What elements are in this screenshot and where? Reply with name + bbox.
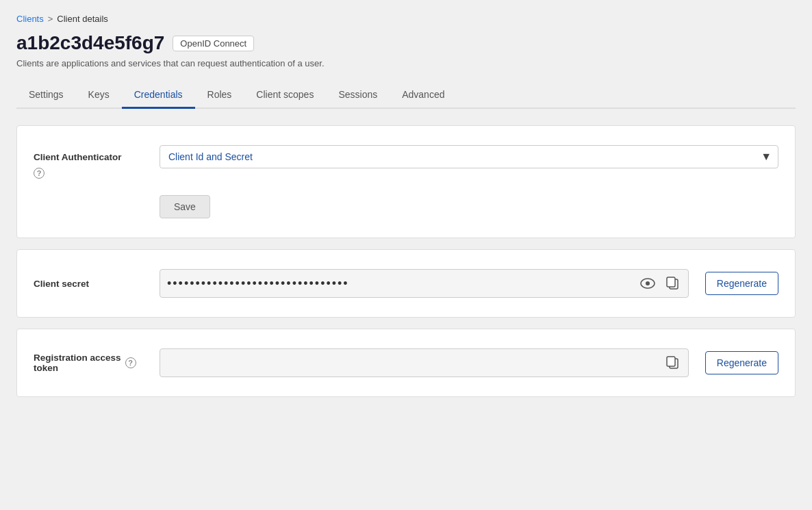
- token-help-icon[interactable]: ?: [125, 357, 136, 368]
- authenticator-field-row: Client Authenticator ? Client Id and Sec…: [34, 145, 778, 179]
- regenerate-token-button[interactable]: Regenerate: [705, 351, 778, 374]
- client-title: a1b2c3d4e5f6g7: [16, 32, 164, 54]
- secret-field-wrapper: ••••••••••••••••••••••••••••••••: [160, 269, 689, 298]
- token-label-text: Registration accesstoken: [34, 353, 121, 373]
- svg-rect-5: [667, 357, 675, 366]
- authenticator-select[interactable]: Client Id and Secret: [160, 145, 778, 168]
- tab-credentials[interactable]: Credentials: [122, 82, 195, 109]
- tab-settings[interactable]: Settings: [16, 82, 76, 109]
- tab-keys[interactable]: Keys: [76, 82, 122, 109]
- tab-advanced[interactable]: Advanced: [390, 82, 457, 109]
- copy-secret-button[interactable]: [663, 275, 681, 292]
- svg-point-1: [646, 281, 650, 285]
- copy-token-button[interactable]: [663, 355, 681, 371]
- client-type-badge: OpenID Connect: [173, 36, 254, 51]
- secret-card: Client secret ••••••••••••••••••••••••••…: [16, 249, 796, 318]
- breadcrumb-current: Client details: [57, 14, 107, 24]
- secret-dots: ••••••••••••••••••••••••••••••••: [167, 277, 632, 291]
- client-header: a1b2c3d4e5f6g7 OpenID Connect: [16, 32, 796, 54]
- token-label-group: Registration accesstoken ?: [34, 353, 143, 373]
- authenticator-help-icon[interactable]: ?: [34, 168, 45, 179]
- tab-client-scopes[interactable]: Client scopes: [244, 82, 326, 109]
- breadcrumb-clients-link[interactable]: Clients: [16, 14, 44, 24]
- breadcrumb: Clients > Client details: [16, 14, 796, 24]
- authenticator-select-wrapper: Client Id and Secret ▼: [160, 145, 778, 168]
- authenticator-control: Client Id and Secret ▼: [160, 145, 778, 168]
- breadcrumb-separator: >: [48, 14, 53, 24]
- copy-token-icon: [666, 356, 678, 370]
- token-row: Registration accesstoken ? Regenerate: [34, 348, 778, 377]
- svg-rect-3: [667, 277, 675, 287]
- description-text: Clients are applications and services th…: [16, 58, 325, 68]
- secret-label: Client secret: [34, 279, 143, 289]
- authenticator-label: Client Authenticator ?: [34, 145, 143, 179]
- save-button[interactable]: Save: [160, 195, 210, 218]
- credentials-card: Client Authenticator ? Client Id and Sec…: [16, 125, 796, 238]
- authenticator-label-text: Client Authenticator: [34, 152, 122, 162]
- token-field-wrapper: [160, 348, 689, 377]
- eye-icon: [640, 278, 655, 289]
- secret-row: Client secret ••••••••••••••••••••••••••…: [34, 269, 778, 298]
- token-card: Registration accesstoken ? Regenerate: [16, 329, 796, 397]
- regenerate-secret-button[interactable]: Regenerate: [705, 272, 778, 295]
- page-wrapper: Clients > Client details a1b2c3d4e5f6g7 …: [0, 0, 812, 510]
- copy-icon: [666, 277, 678, 290]
- reveal-secret-button[interactable]: [637, 277, 658, 290]
- tab-sessions[interactable]: Sessions: [326, 82, 390, 109]
- tab-roles[interactable]: Roles: [195, 82, 244, 109]
- tabs-container: Settings Keys Credentials Roles Client s…: [16, 82, 796, 109]
- client-description: Clients are applications and services th…: [16, 58, 796, 68]
